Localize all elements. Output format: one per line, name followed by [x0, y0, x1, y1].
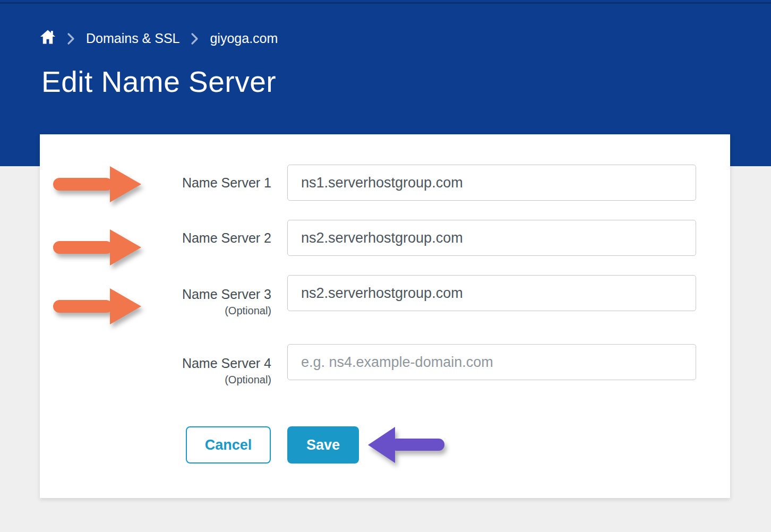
chevron-right-icon	[67, 32, 75, 45]
save-button[interactable]: Save	[287, 426, 359, 464]
name-server-1-input[interactable]	[287, 165, 696, 201]
field-label-text: Name Server 1	[40, 165, 271, 201]
field-label: Name Server 3 (Optional)	[40, 275, 271, 311]
breadcrumb-home-link[interactable]	[40, 30, 56, 47]
field-optional-label: (Optional)	[40, 303, 271, 319]
name-server-2-input[interactable]	[287, 220, 696, 256]
form-card: Name Server 1 Name Server 2 Name Server …	[40, 134, 730, 498]
form-row-name-server-3: Name Server 3 (Optional)	[40, 275, 730, 311]
breadcrumb: Domains & SSL giyoga.com	[40, 30, 278, 47]
name-server-3-input[interactable]	[287, 275, 696, 311]
field-label: Name Server 1	[40, 165, 271, 201]
name-server-4-input[interactable]	[287, 344, 696, 380]
form-row-name-server-2: Name Server 2	[40, 220, 730, 256]
page-title: Edit Name Server	[41, 65, 276, 99]
home-icon	[40, 30, 56, 47]
breadcrumb-item-domain[interactable]: giyoga.com	[210, 31, 278, 46]
field-label-text: Name Server 4	[40, 344, 271, 372]
chevron-right-icon	[191, 32, 199, 45]
header-top-divider	[0, 2, 771, 4]
field-label: Name Server 4 (Optional)	[40, 344, 271, 380]
field-label: Name Server 2	[40, 220, 271, 256]
field-optional-label: (Optional)	[40, 372, 271, 388]
form-row-name-server-4: Name Server 4 (Optional)	[40, 344, 730, 380]
cancel-button[interactable]: Cancel	[186, 426, 271, 464]
breadcrumb-item-domains-ssl[interactable]: Domains & SSL	[86, 31, 179, 46]
field-label-text: Name Server 3	[40, 275, 271, 303]
field-label-text: Name Server 2	[40, 220, 271, 256]
button-row: Cancel Save	[40, 426, 730, 464]
form-row-name-server-1: Name Server 1	[40, 165, 730, 201]
page: Domains & SSL giyoga.com Edit Name Serve…	[0, 0, 771, 532]
